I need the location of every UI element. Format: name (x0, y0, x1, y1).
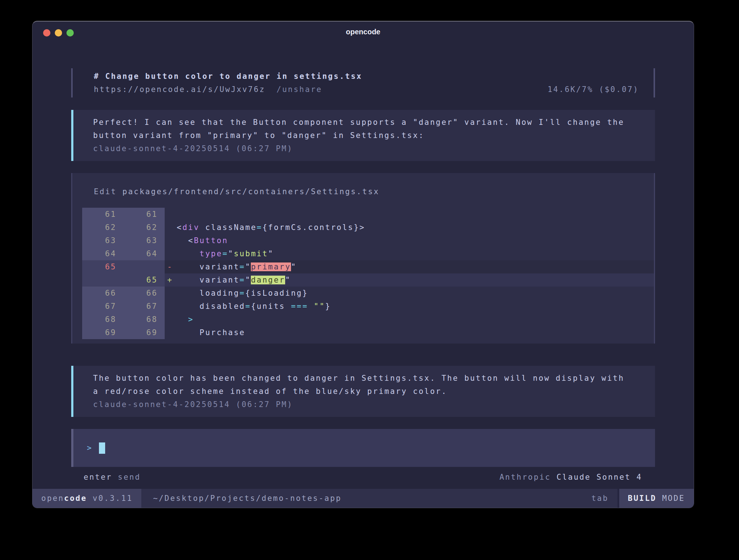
diff-row: 65- variant="primary" (82, 260, 654, 273)
old-line-number: 69 (82, 326, 123, 339)
diff-code-line: type="submit" (177, 247, 654, 260)
prompt-chevron: > (87, 441, 93, 454)
mode-name: BUILD (628, 492, 656, 505)
old-line-number: 66 (82, 287, 123, 300)
prompt-input[interactable]: > (71, 429, 655, 467)
session-subheader: https://opencode.ai/s/UwJxv76z /unshare … (94, 83, 639, 96)
diff-sign (165, 234, 177, 247)
share-url-link[interactable]: https://opencode.ai/s/UwJxv76z (94, 83, 265, 96)
app-window: opencode # Change button color to danger… (32, 21, 694, 508)
edited-file-path: packages/frontend/src/containers/Setting… (122, 187, 379, 196)
mode-suffix: MODE (656, 492, 685, 505)
diff-sign (165, 247, 177, 260)
model-name: Claude Sonnet 4 (551, 473, 642, 482)
new-line-number: 62 (123, 221, 165, 234)
diff-row: 6767 disabled={units === ""} (82, 300, 654, 313)
old-line-number: 64 (82, 247, 123, 260)
message-line: button variant from "primary" to "danger… (93, 129, 640, 142)
diff-code-line: <Button (177, 234, 654, 247)
tool-action-label: Edit (94, 187, 117, 196)
diff-code-line: disabled={units === ""} (177, 300, 654, 313)
message-meta: claude-sonnet-4-20250514 (06:27 PM) (93, 398, 640, 411)
working-directory: ~/Desktop/Projects/demo-notes-app (141, 489, 341, 508)
diff-sign (165, 221, 177, 234)
diff-sign (165, 287, 177, 300)
diff-code-line: loading={isLoading} (177, 287, 654, 300)
diff-sign (165, 300, 177, 313)
old-line-number: 62 (82, 221, 123, 234)
old-line-number (82, 273, 123, 287)
unshare-command[interactable]: /unshare (276, 83, 322, 96)
session-content: # Change button color to danger in setti… (32, 68, 694, 484)
diff-sign: - (165, 260, 177, 273)
message-line: a red/rose color scheme instead of the b… (93, 385, 640, 398)
app-version-chip: opencode v0.3.11 (32, 489, 141, 508)
old-line-number: 67 (82, 300, 123, 313)
diff-code-line: variant="primary" (177, 260, 654, 273)
new-line-number: 68 (123, 313, 165, 326)
token-usage-counter: 14.6K/7% ($0.07) (548, 83, 639, 96)
diff-view: 61616262<div className={formCs.controls}… (82, 208, 654, 339)
old-line-number: 68 (82, 313, 123, 326)
diff-row: 6868 > (82, 313, 654, 326)
diff-row: 6969 Purchase (82, 326, 654, 339)
new-line-number: 63 (123, 234, 165, 247)
enter-key-hint: enter (84, 473, 112, 482)
tab-keybind-hint: tab (591, 489, 617, 508)
new-line-number (123, 260, 165, 273)
new-line-number: 67 (123, 300, 165, 313)
hint-row: enter send Anthropic Claude Sonnet 4 (71, 471, 655, 484)
old-line-number: 65 (82, 260, 123, 273)
app-version: v0.3.11 (87, 492, 133, 505)
edit-tool-block: Edit packages/frontend/src/containers/Se… (71, 173, 655, 344)
status-bar-right: tab BUILD MODE (591, 489, 694, 508)
session-header: # Change button color to danger in setti… (71, 68, 655, 97)
status-bar: opencode v0.3.11 ~/Desktop/Projects/demo… (32, 489, 694, 508)
old-line-number: 63 (82, 234, 123, 247)
message-text: The button color has been changed to dan… (93, 372, 640, 398)
assistant-message: Perfect! I can see that the Button compo… (71, 110, 655, 161)
diff-sign: + (165, 273, 177, 287)
diff-sign (165, 313, 177, 326)
diff-code-line: Purchase (177, 326, 654, 339)
new-line-number: 69 (123, 326, 165, 339)
diff-row: 6666 loading={isLoading} (82, 287, 654, 300)
diff-row: 65+ variant="danger" (82, 273, 654, 287)
old-line-number: 61 (82, 208, 123, 221)
edit-tool-header: Edit packages/frontend/src/containers/Se… (72, 185, 654, 198)
diff-row: 6464 type="submit" (82, 247, 654, 260)
message-line: The button color has been changed to dan… (93, 372, 640, 385)
diff-row: 6161 (82, 208, 654, 221)
provider-name: Anthropic (499, 473, 551, 482)
new-line-number: 64 (123, 247, 165, 260)
send-hint: enter send (84, 471, 141, 484)
message-line: Perfect! I can see that the Button compo… (93, 116, 640, 129)
new-line-number: 65 (123, 273, 165, 287)
model-indicator: Anthropic Claude Sonnet 4 (499, 471, 642, 484)
text-cursor (99, 442, 105, 454)
diff-row: 6363 <Button (82, 234, 654, 247)
mode-badge: BUILD MODE (619, 489, 694, 508)
diff-sign (165, 326, 177, 339)
diff-row: 6262<div className={formCs.controls}> (82, 221, 654, 234)
diff-code-line: <div className={formCs.controls}> (177, 221, 654, 234)
message-text: Perfect! I can see that the Button compo… (93, 116, 640, 142)
titlebar: opencode (32, 22, 694, 42)
window-title: opencode (32, 22, 694, 42)
new-line-number: 66 (123, 287, 165, 300)
diff-code-line (177, 208, 654, 221)
message-meta: claude-sonnet-4-20250514 (06:27 PM) (93, 142, 640, 155)
diff-code-line: > (177, 313, 654, 326)
assistant-message: The button color has been changed to dan… (71, 366, 655, 417)
session-title: # Change button color to danger in setti… (94, 70, 639, 83)
new-line-number: 61 (123, 208, 165, 221)
diff-code-line: variant="danger" (177, 273, 654, 287)
diff-sign (165, 208, 177, 221)
app-name-bold: code (64, 492, 87, 505)
app-name-light: open (41, 492, 64, 505)
